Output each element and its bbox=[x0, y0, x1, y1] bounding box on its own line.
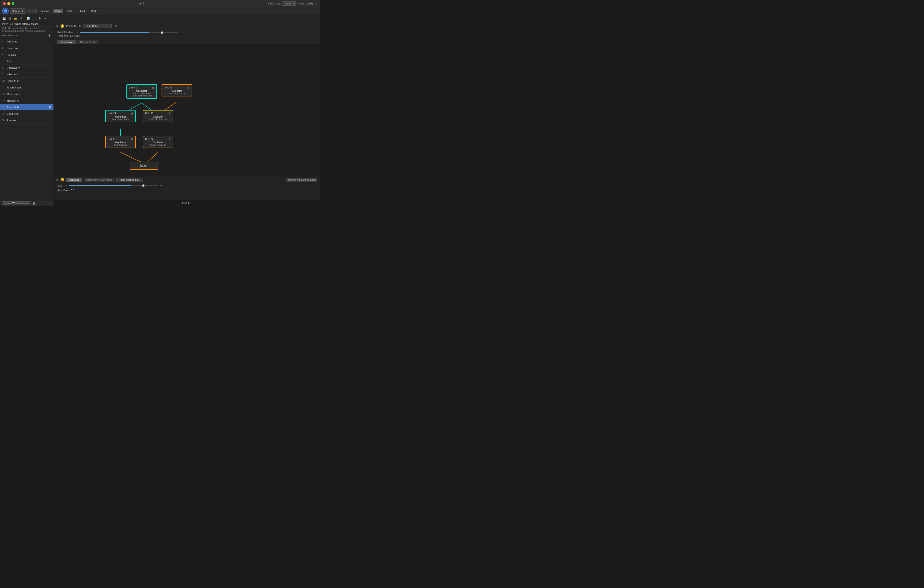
sidechain-select[interactable]: None bbox=[282, 2, 297, 6]
bottom-emoji-icon[interactable]: 😊 bbox=[60, 178, 64, 182]
reset-button[interactable]: Reset modified par... bbox=[116, 178, 143, 182]
lock-icon[interactable]: 🔒 bbox=[13, 17, 18, 21]
preset-selector[interactable]: Manual ▼ bbox=[10, 8, 26, 13]
bottom-gain-label: Gain: bbox=[58, 185, 63, 187]
nav-prev-button[interactable]: ‹ bbox=[27, 9, 31, 13]
tab-modulation[interactable]: Modulation bbox=[58, 40, 76, 45]
fullscreen-button[interactable] bbox=[12, 2, 14, 5]
patch-num: 5 bbox=[2, 47, 7, 49]
settings-icon[interactable]: ⚙ bbox=[38, 17, 42, 21]
patch-item-14[interactable]: 14 PianoBells 🗑 bbox=[0, 104, 53, 111]
node-delete-icon[interactable]: 🗑 bbox=[131, 138, 134, 140]
chart-icon[interactable]: 📊 bbox=[26, 17, 30, 21]
sidebar: Patch Bank: DX7II Internal Voices Path: … bbox=[0, 22, 54, 206]
patch-name-input[interactable] bbox=[84, 24, 112, 28]
node-mixer[interactable]: Mixer bbox=[130, 162, 158, 170]
save-icon[interactable]: 💾 bbox=[2, 17, 7, 21]
node-unit-label: Unit: 49 bbox=[164, 86, 172, 89]
bottom-gain-min: -∞ bbox=[65, 185, 67, 187]
patch-name: FullTines bbox=[7, 40, 49, 43]
power-button[interactable]: ⏻ bbox=[2, 8, 9, 14]
gain-max: 18 bbox=[180, 31, 183, 34]
patch-item-11[interactable]: 11 TouchOrgan 🗑 bbox=[0, 84, 53, 91]
gain-slider[interactable] bbox=[69, 185, 158, 186]
external-link-icon[interactable]: ↗ bbox=[114, 24, 118, 28]
node-unit-label: Unit: 15 bbox=[108, 112, 116, 115]
node-unit49[interactable]: Unit: 49 🗑 Oscillator Sawtooth; 261.63 H… bbox=[162, 84, 192, 96]
preset-label: Manual bbox=[12, 10, 20, 12]
node-delete-icon[interactable]: 🗑 bbox=[168, 138, 171, 140]
performance-mode-button[interactable]: Performance-Only Mode bbox=[84, 178, 114, 182]
node-unit24[interactable]: Unit: 24 🗑 Oscillator Square; Ratio: 2x bbox=[143, 136, 173, 148]
tab-row: Modulation Effects Send bbox=[54, 38, 320, 45]
close-button[interactable] bbox=[3, 2, 6, 5]
node-sub: Square; Ratio: 2x bbox=[145, 144, 171, 146]
patch-item-15[interactable]: 15 SongFlute 🗑 bbox=[0, 111, 53, 117]
node-delete-icon[interactable]: 🗑 bbox=[168, 112, 171, 115]
patch-item-4[interactable]: 4 FullTines 🗑 bbox=[0, 38, 53, 45]
node-delete-icon[interactable]: 🗑 bbox=[187, 86, 190, 89]
tab-effects-send[interactable]: Effects Send bbox=[77, 40, 98, 45]
undo-button[interactable]: Undo bbox=[78, 9, 88, 13]
node-delete-icon[interactable]: 🗑 bbox=[152, 86, 155, 89]
patch-num: 12 bbox=[2, 92, 7, 95]
patch-bank-label: Patch Bank: bbox=[2, 23, 15, 25]
share-icon[interactable]: ⇪ bbox=[19, 17, 23, 21]
copy-button[interactable]: Copy bbox=[53, 9, 63, 13]
node-unit15[interactable]: Unit: 15 🗑 Oscillator Sine; Ratio: 4.67x bbox=[105, 110, 136, 122]
system-wide-oscillators-button[interactable]: System-Wide Oscillators bbox=[2, 202, 31, 205]
patch-gain-value-row: Patch Mix Gain Value: 0.0 bbox=[54, 35, 320, 38]
resize-icon[interactable]: ⤢ bbox=[315, 2, 317, 5]
mixer-label: Mixer bbox=[140, 164, 147, 167]
system-wide-effects-button[interactable]: System-Wide Effects Send bbox=[286, 178, 317, 182]
patch-num: 16 bbox=[2, 119, 7, 122]
patch-item-6[interactable]: 6 FMIlters 🗑 bbox=[0, 51, 53, 58]
paste-button[interactable]: Paste bbox=[64, 9, 74, 13]
patch-num: 13 bbox=[2, 99, 7, 102]
node-unit6[interactable]: Unit: 6 🗑 Oscillator Sine; Ratio: 1x bbox=[105, 136, 136, 148]
patch-mix-gain-slider[interactable] bbox=[80, 32, 178, 33]
patch-name: Marimumba bbox=[7, 92, 49, 96]
patch-name: Phasers bbox=[7, 119, 49, 122]
main-window: Inst 1 Side Chain: None View: 100% ⤢ ⏻ M… bbox=[0, 0, 320, 206]
add-icon[interactable]: + bbox=[43, 17, 47, 21]
node-title: Oscillator bbox=[129, 90, 155, 92]
patch-item-8[interactable]: 8 EbonyIvory 🗑 bbox=[0, 64, 53, 71]
node-title: Oscillator bbox=[164, 90, 190, 92]
node-unit33[interactable]: Unit: 33 🗑 Oscillator Audio File; Ratio:… bbox=[143, 110, 173, 122]
patch-item-12[interactable]: 12 Marimumba 🗑 bbox=[0, 91, 53, 97]
node-delete-icon[interactable]: 🗑 bbox=[131, 112, 134, 115]
compare-button[interactable]: Compare bbox=[38, 9, 52, 13]
patch-item-10[interactable]: 10 HarpStrum 🗑 bbox=[0, 78, 53, 84]
patch-item-5[interactable]: 5 SuperBass 🗑 bbox=[0, 45, 53, 51]
window-title: Inst 1 bbox=[138, 2, 144, 5]
nodes-icon[interactable]: ⛶ bbox=[32, 17, 36, 21]
emoji-face-icon[interactable]: 😊 bbox=[60, 24, 64, 28]
edit-mode-button[interactable]: Edit Mode bbox=[66, 178, 82, 182]
node-unit-label: Unit: 41 bbox=[129, 86, 137, 89]
patch-item-16[interactable]: 16 Phasers 🗑 bbox=[0, 117, 53, 124]
patch-num: 10 bbox=[2, 79, 7, 82]
gain-value: 0.0 bbox=[82, 35, 85, 37]
patch-item-9[interactable]: 9 Whisper A 🗑 bbox=[0, 71, 53, 78]
redo-button[interactable]: Redo bbox=[89, 9, 99, 13]
filter-settings-icon[interactable]: ⚙ bbox=[47, 33, 51, 38]
filter-row: Filter: All Patches ⚙ bbox=[0, 33, 53, 38]
patch-item-13[interactable]: 13 Trumpet A 🗑 bbox=[0, 97, 53, 104]
patch-delete-icon[interactable]: 🗑 bbox=[49, 106, 51, 109]
patch-name: SongFlute bbox=[7, 112, 49, 115]
preset-arrow: ▼ bbox=[21, 10, 24, 12]
patch-item-7[interactable]: 7 Pluk 🗑 bbox=[0, 58, 53, 64]
bottom-expand-icon[interactable]: ▶ bbox=[56, 178, 58, 182]
node-unit41[interactable]: Unit: 41 🗑 Oscillator Sine; Up Diminishe… bbox=[126, 84, 157, 99]
patch-num: 11 bbox=[2, 86, 7, 89]
patch-path: Path: /Users/reindebock/Documents/Isle S… bbox=[0, 26, 53, 33]
patch-num: 8 bbox=[2, 66, 7, 69]
nav-next-button[interactable]: › bbox=[32, 9, 36, 13]
node-unit-label: Unit: 6 bbox=[108, 138, 114, 140]
icon-separator bbox=[25, 17, 25, 20]
minimize-button[interactable] bbox=[7, 2, 10, 5]
expand-arrow-icon[interactable]: ▶ bbox=[56, 25, 58, 28]
grid-icon[interactable]: ⊞ bbox=[8, 17, 12, 21]
modulation-canvas: Unit: 41 🗑 Oscillator Sine; Up Diminishe… bbox=[54, 45, 320, 176]
